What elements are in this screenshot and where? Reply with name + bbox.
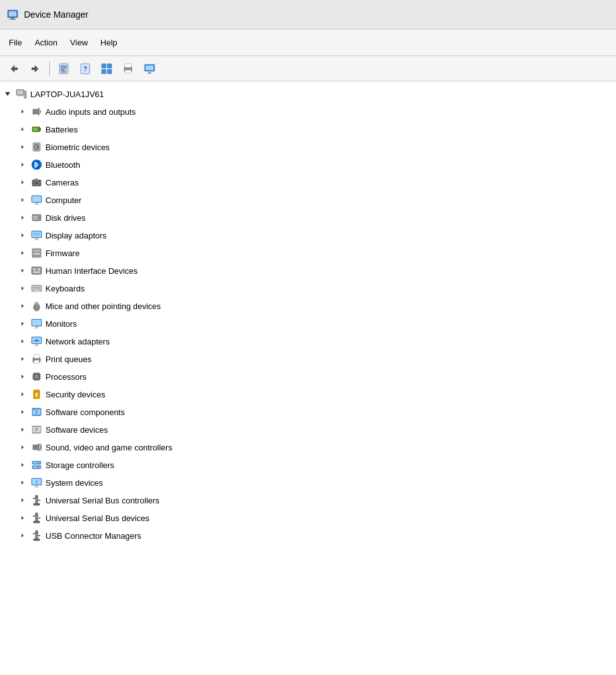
show-hidden-button[interactable] (97, 59, 117, 78)
svg-rect-103 (34, 346, 39, 346)
svg-rect-3 (9, 19, 16, 20)
tree-item-usb2[interactable]: Universal Serial Bus devices (0, 509, 616, 527)
tree-item-usb1[interactable]: Universal Serial Bus controllers (0, 491, 616, 509)
svg-marker-130 (21, 410, 24, 414)
svg-rect-69 (36, 250, 37, 251)
usb3-icon (30, 529, 43, 542)
bluetooth-chevron[interactable] (18, 160, 28, 170)
hid-chevron[interactable] (18, 266, 28, 276)
tree-item-mice[interactable]: Mice and other pointing devices (0, 297, 616, 315)
view-button[interactable] (139, 59, 160, 78)
tree-item-network[interactable]: Network adapters (0, 332, 616, 350)
toolbar-separator-1 (49, 61, 50, 76)
tree-item-batteries[interactable]: Batteries (0, 120, 616, 138)
svg-text:?: ? (83, 66, 87, 73)
tree-item-usb3[interactable]: USB Connector Managers (0, 527, 616, 544)
svg-rect-63 (33, 233, 40, 236)
tree-item-software-comp[interactable]: Software components (0, 403, 616, 421)
svg-marker-175 (21, 534, 24, 537)
tree-item-storage[interactable]: Storage controllers (0, 456, 616, 474)
menu-action[interactable]: Action (28, 35, 64, 50)
tree-item-system[interactable]: i System devices (0, 474, 616, 491)
svg-point-46 (36, 182, 37, 184)
help-button[interactable]: ? (75, 59, 95, 78)
tree-item-keyboards[interactable]: Keyboards (0, 279, 616, 297)
biometric-icon (30, 141, 43, 153)
software-comp-chevron[interactable] (18, 407, 28, 417)
keyboards-chevron[interactable] (18, 283, 28, 293)
mice-chevron[interactable] (18, 301, 28, 311)
disk-chevron[interactable] (18, 213, 28, 223)
svg-marker-4 (11, 65, 18, 73)
svg-rect-74 (37, 268, 40, 271)
network-icon (30, 335, 43, 348)
root-chevron[interactable] (3, 89, 13, 99)
tree-item-biometric[interactable]: Biometric devices (0, 138, 616, 156)
svg-marker-125 (21, 392, 24, 396)
back-button[interactable] (4, 59, 24, 78)
svg-rect-129 (34, 391, 39, 392)
tree-root-item[interactable]: LAPTOP-JUA1JV61 (0, 85, 616, 103)
usb1-chevron[interactable] (18, 495, 28, 505)
disk-label: Disk drives (45, 213, 86, 223)
svg-point-162 (36, 496, 38, 498)
menu-file[interactable]: File (3, 35, 28, 50)
security-icon (30, 388, 43, 401)
svg-marker-146 (21, 463, 24, 467)
svg-marker-145 (36, 443, 39, 451)
svg-rect-152 (33, 467, 38, 468)
tree-item-cameras[interactable]: Cameras (0, 173, 616, 191)
svg-rect-161 (33, 503, 40, 505)
tree-item-disk[interactable]: Disk drives (0, 209, 616, 226)
audio-chevron[interactable] (18, 107, 28, 117)
system-chevron[interactable] (18, 478, 28, 488)
usb2-chevron[interactable] (18, 513, 28, 523)
tree-item-audio[interactable]: Audio inputs and outputs (0, 103, 616, 120)
storage-label: Storage controllers (45, 461, 114, 470)
tree-item-software-dev[interactable]: Software devices (0, 421, 616, 438)
menu-help[interactable]: Help (94, 35, 124, 50)
usb3-chevron[interactable] (18, 531, 28, 541)
storage-chevron[interactable] (18, 460, 28, 470)
svg-point-178 (36, 532, 38, 534)
menu-view[interactable]: View (64, 35, 94, 50)
svg-marker-167 (21, 516, 24, 520)
svg-rect-32 (33, 109, 36, 114)
tree-item-computer[interactable]: Computer (0, 191, 616, 209)
tree-item-bluetooth[interactable]: Bluetooth (0, 156, 616, 173)
firmware-chevron[interactable] (18, 248, 28, 258)
security-chevron[interactable] (18, 389, 28, 399)
forward-button[interactable] (25, 59, 45, 78)
svg-text:i: i (36, 479, 37, 484)
monitors-chevron[interactable] (18, 319, 28, 329)
tree-item-processors[interactable]: Processors (0, 368, 616, 385)
tree-item-hid[interactable]: Human Interface Devices (0, 262, 616, 279)
svg-rect-17 (107, 69, 112, 74)
print-button[interactable] (118, 59, 138, 78)
sound-chevron[interactable] (18, 442, 28, 452)
processors-label: Processors (45, 372, 86, 382)
display-chevron[interactable] (18, 230, 28, 240)
properties-button[interactable]: ? (54, 59, 74, 78)
cameras-chevron[interactable] (18, 177, 28, 187)
tree-item-security[interactable]: Security devices (0, 385, 616, 403)
bluetooth-label: Bluetooth (45, 160, 80, 170)
tree-item-print[interactable]: Print queues (0, 350, 616, 368)
display-icon (30, 229, 43, 242)
tree-item-firmware[interactable]: Firmware (0, 244, 616, 262)
svg-rect-52 (34, 204, 39, 205)
network-chevron[interactable] (18, 336, 28, 346)
processors-chevron[interactable] (18, 372, 28, 382)
svg-rect-144 (33, 445, 36, 450)
svg-rect-181 (33, 533, 35, 534)
tree-item-display[interactable]: Display adaptors (0, 226, 616, 244)
biometric-chevron[interactable] (18, 142, 28, 152)
tree-item-sound[interactable]: Sound, video and game controllers (0, 438, 616, 456)
print-chevron[interactable] (18, 354, 28, 364)
computer-chevron[interactable] (18, 195, 28, 205)
software-dev-chevron[interactable] (18, 425, 28, 435)
batteries-chevron[interactable] (18, 124, 28, 134)
tree-item-monitors[interactable]: Monitors (0, 315, 616, 332)
svg-rect-15 (107, 64, 112, 68)
usb3-label: USB Connector Managers (45, 531, 141, 541)
